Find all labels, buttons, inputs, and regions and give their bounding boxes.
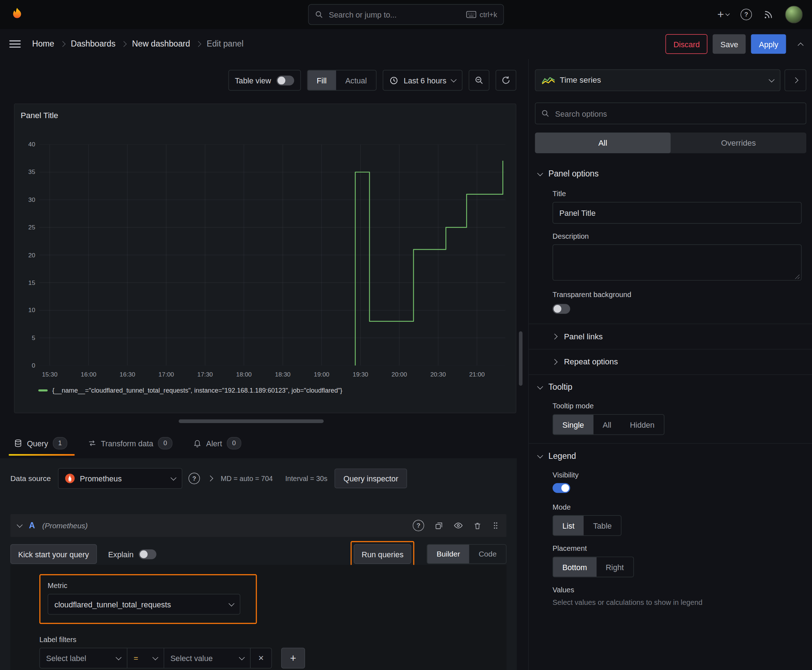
menu-icon[interactable] [9,41,21,47]
collapse-header-button[interactable] [798,42,803,46]
tooltip-mode-all[interactable]: All [593,415,620,435]
metric-highlight: Metric cloudflared_tunnel_total_requests [39,574,257,624]
legend-section-header[interactable]: Legend [529,443,812,469]
run-queries-button[interactable]: Run queries [354,544,411,564]
datasource-picker[interactable]: Prometheus [58,468,182,489]
datasource-help-icon[interactable]: ? [189,473,200,484]
horizontal-scrollbar[interactable] [179,420,324,423]
new-menu-button[interactable]: + [717,8,729,22]
repeat-options-section[interactable]: Repeat options [529,349,812,374]
operator-dropdown[interactable]: = [127,648,164,668]
top-nav: ctrl+k + ? [0,0,812,29]
zoom-out-icon[interactable] [469,70,490,91]
hide-query-eye-icon[interactable] [454,521,463,530]
breadcrumb-home[interactable]: Home [32,39,54,49]
tab-all[interactable]: All [535,132,671,153]
tooltip-mode-hidden[interactable]: Hidden [620,415,664,435]
x-axis-tick-label: 16:00 [73,371,104,378]
visualization-picker[interactable]: Time series [535,69,780,91]
delete-query-trash-icon[interactable] [473,521,481,530]
global-search[interactable]: ctrl+k [308,4,504,25]
panel-links-section[interactable]: Panel links [529,323,812,349]
chart-legend[interactable]: {__name__="cloudflared_tunnel_total_requ… [38,387,342,394]
y-axis-tick-label: 10 [15,307,36,314]
save-button[interactable]: Save [713,34,746,54]
add-filter-plus-icon[interactable]: + [281,648,305,668]
tooltip-section-header[interactable]: Tooltip [529,374,812,400]
panel-title-input[interactable] [553,202,802,224]
drag-handle-icon[interactable] [492,521,499,530]
search-input[interactable] [328,10,461,19]
remove-filter-close-icon[interactable]: × [250,648,272,668]
time-range-picker[interactable]: Last 6 hours [383,70,463,91]
datasource-row: Data source Prometheus ? MD = auto = 704… [10,467,507,489]
panel-toolbar: Table view Fill Actual Last 6 hours [228,70,516,91]
description-label: Description [553,232,802,240]
y-axis-tick-label: 15 [15,279,36,286]
collapse-sidebar-button[interactable] [785,69,806,91]
x-axis-tick-label: 16:30 [112,371,143,378]
query-help-icon[interactable]: ? [413,520,424,531]
query-options-chevron-right-icon[interactable] [207,475,213,481]
description-textarea[interactable] [553,244,802,281]
tab-transform-data[interactable]: Transform data 0 [88,431,173,456]
promql-builder: Metric cloudflared_tunnel_total_requests… [10,565,507,670]
explain-switch[interactable] [139,549,156,559]
actual-option[interactable]: Actual [336,71,376,90]
select-label-dropdown[interactable]: Select label [39,648,127,668]
explain-toggle-group: Explain [108,549,156,559]
grafana-logo-icon[interactable] [9,7,25,22]
legend-mode-table[interactable]: Table [584,516,621,535]
bell-icon [193,439,202,447]
legend-values-label: Values [553,585,802,594]
x-axis-tick-label: 21:00 [461,371,493,378]
legend-placement-right[interactable]: Right [597,557,633,577]
legend-visibility-switch[interactable] [553,483,570,493]
breadcrumb-new-dashboard[interactable]: New dashboard [132,39,190,49]
table-view-switch[interactable] [276,75,294,85]
refresh-icon[interactable] [495,70,516,91]
legend-series-label[interactable]: {__name__="cloudflared_tunnel_total_requ… [52,387,342,394]
options-filter-tabs: All Overrides [535,132,806,153]
kick-start-query-button[interactable]: Kick start your query [10,544,97,564]
tooltip-mode-single[interactable]: Single [553,415,593,435]
help-icon[interactable]: ? [741,9,752,20]
select-value-dropdown[interactable]: Select value [164,648,251,668]
transparent-background-switch[interactable] [553,304,570,313]
datasource-label: Data source [10,474,51,482]
vertical-scrollbar[interactable] [519,332,522,386]
panel-options-sidebar: Time series All Overrides Panel options … [528,59,812,670]
search-options-box[interactable] [535,102,806,124]
builder-option[interactable]: Builder [427,545,470,563]
tab-alert[interactable]: Alert 0 [193,431,241,456]
rss-icon[interactable] [763,9,774,20]
legend-mode-list[interactable]: List [553,516,584,535]
fill-actual-toggle: Fill Actual [307,70,376,91]
query-inspector-button[interactable]: Query inspector [335,469,407,488]
discard-button[interactable]: Discard [666,34,707,54]
label-filters-label: Label filters [39,635,487,643]
legend-fields: Visibility Mode List Table Placement Bot… [529,470,812,614]
alert-count-badge: 0 [227,437,241,450]
metric-select[interactable]: cloudflared_tunnel_total_requests [47,594,240,614]
tab-query[interactable]: Query 1 [14,431,67,456]
tab-overrides[interactable]: Overrides [671,132,806,153]
x-axis-tick-label: 20:30 [422,371,454,378]
legend-series-swatch [38,389,47,392]
legend-mode-label: Mode [553,503,802,511]
collapse-query-chevron-icon[interactable] [17,522,22,528]
grafana-edit-panel-page: ctrl+k + ? Home Dashboards New dashboa [0,0,812,670]
avatar[interactable] [785,6,803,23]
duplicate-query-icon[interactable] [435,521,444,530]
legend-placement-bottom[interactable]: Bottom [553,557,597,577]
fill-option[interactable]: Fill [308,71,336,90]
code-option[interactable]: Code [470,545,506,563]
x-axis-tick-label: 19:30 [345,371,376,378]
x-axis-tick-label: 17:00 [151,371,182,378]
breadcrumb-dashboards[interactable]: Dashboards [71,39,116,49]
panel-options-section-header[interactable]: Panel options [529,161,812,186]
search-options-input[interactable] [554,108,800,118]
chevron-right-icon [59,41,65,47]
query-datasource-hint: (Prometheus) [42,521,88,530]
apply-button[interactable]: Apply [751,34,786,54]
